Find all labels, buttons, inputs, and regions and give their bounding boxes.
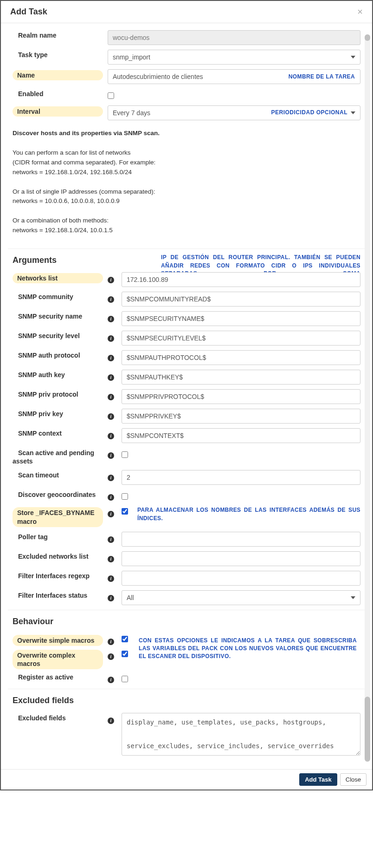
info-icon[interactable]: i bbox=[108, 355, 114, 361]
label-enabled: Enabled bbox=[13, 87, 48, 98]
desc-heading: Discover hosts and its properties via SN… bbox=[13, 130, 160, 137]
modal-body: Realm name Task type snmp_import Name NO… bbox=[1, 23, 372, 769]
snmp-auth-proto-input[interactable] bbox=[122, 350, 360, 365]
label-realm-name: Realm name bbox=[13, 29, 61, 39]
info-icon[interactable]: i bbox=[108, 595, 114, 601]
name-input[interactable] bbox=[108, 69, 360, 84]
label-snmp-priv-proto: SNMP priv protocol bbox=[13, 388, 83, 398]
info-icon[interactable]: i bbox=[108, 511, 114, 517]
overwrite-complex-checkbox[interactable] bbox=[122, 651, 128, 657]
info-icon[interactable]: i bbox=[108, 413, 114, 420]
info-icon[interactable]: i bbox=[108, 316, 114, 322]
label-store-ifaces: Store _IFACES_BYNAME macro bbox=[13, 507, 103, 527]
snmp-auth-key-input[interactable] bbox=[122, 370, 360, 385]
label-name: Name bbox=[13, 70, 103, 80]
interval-select[interactable]: Every 7 days bbox=[108, 105, 360, 120]
poller-tag-input[interactable] bbox=[122, 532, 360, 547]
info-icon[interactable]: i bbox=[108, 639, 114, 645]
modal-title: Add Task bbox=[10, 7, 47, 17]
info-icon[interactable]: i bbox=[108, 653, 114, 660]
label-snmp-sec-name: SNMP security name bbox=[13, 310, 87, 320]
snmp-community-input[interactable] bbox=[122, 292, 360, 307]
info-icon[interactable]: i bbox=[108, 536, 114, 543]
snmp-sec-level-input[interactable] bbox=[122, 331, 360, 346]
label-snmp-community: SNMP community bbox=[13, 290, 78, 300]
add-task-button[interactable]: Add Task bbox=[299, 773, 337, 786]
info-icon[interactable]: i bbox=[108, 677, 114, 683]
filter-regexp-input[interactable] bbox=[122, 571, 360, 586]
annotation-overwrite: CON ESTAS OPCIONES LE INDICAMOS A LA TAR… bbox=[133, 634, 360, 672]
info-icon[interactable]: i bbox=[108, 452, 114, 459]
overwrite-simple-checkbox[interactable] bbox=[122, 636, 128, 642]
label-scan-active: Scan active and pending assets bbox=[13, 446, 94, 465]
label-excluded-fields: Excluded fields bbox=[13, 711, 71, 722]
info-icon[interactable]: i bbox=[108, 374, 114, 381]
close-button[interactable]: Close bbox=[340, 773, 367, 786]
info-icon[interactable]: i bbox=[108, 575, 114, 582]
section-behaviour: Behaviour bbox=[13, 610, 360, 634]
enabled-checkbox[interactable] bbox=[108, 92, 114, 99]
modal-header: Add Task × bbox=[1, 1, 372, 23]
label-filter-regexp: Filter Interfaces regexp bbox=[13, 569, 94, 580]
register-active-checkbox[interactable] bbox=[122, 676, 128, 682]
store-ifaces-checkbox[interactable] bbox=[122, 508, 128, 515]
discover-geo-checkbox[interactable] bbox=[122, 493, 128, 500]
description-block: Discover hosts and its properties via SN… bbox=[13, 125, 360, 244]
snmp-priv-proto-input[interactable] bbox=[122, 389, 360, 404]
label-task-type: Task type bbox=[13, 48, 52, 59]
label-poller-tag: Poller tag bbox=[13, 530, 52, 541]
excluded-networks-input[interactable] bbox=[122, 551, 360, 566]
label-interval: Interval bbox=[13, 106, 103, 117]
info-icon[interactable]: i bbox=[108, 556, 114, 562]
info-icon[interactable]: i bbox=[108, 335, 114, 342]
info-icon[interactable]: i bbox=[108, 475, 114, 481]
label-snmp-auth-key: SNMP auth key bbox=[13, 368, 70, 379]
info-icon[interactable]: i bbox=[108, 433, 114, 439]
excluded-fields-textarea[interactable] bbox=[122, 713, 360, 756]
label-snmp-priv-key: SNMP priv key bbox=[13, 407, 68, 418]
info-icon[interactable]: i bbox=[108, 494, 114, 501]
modal-footer: Add Task Close bbox=[1, 769, 372, 790]
label-filter-status: Filter Interfaces status bbox=[13, 589, 92, 599]
info-icon[interactable]: i bbox=[108, 394, 114, 400]
info-icon[interactable]: i bbox=[108, 718, 114, 724]
label-networks-list: Networks list bbox=[13, 273, 103, 283]
label-snmp-auth-proto: SNMP auth protocol bbox=[13, 349, 85, 359]
networks-list-input[interactable] bbox=[122, 272, 360, 287]
filter-status-select[interactable]: All bbox=[122, 590, 360, 605]
label-discover-geo: Discover geocoordinates bbox=[13, 488, 100, 498]
close-icon[interactable]: × bbox=[357, 7, 363, 17]
section-excluded: Excluded fields bbox=[13, 689, 360, 713]
scan-timeout-input[interactable] bbox=[122, 470, 360, 485]
realm-name-input bbox=[108, 30, 360, 45]
label-excluded-networks: Excluded networks list bbox=[13, 550, 93, 560]
label-overwrite-simple: Overwrite simple macros bbox=[13, 635, 103, 646]
label-snmp-context: SNMP context bbox=[13, 427, 66, 437]
add-task-modal: Add Task × Realm name Task type snmp_imp… bbox=[0, 0, 373, 790]
label-snmp-sec-level: SNMP security level bbox=[13, 329, 84, 339]
annotation-ifaces: PARA ALMACENAR LOS NOMBRES DE LAS INTERF… bbox=[128, 506, 360, 522]
label-scan-timeout: Scan timeout bbox=[13, 469, 64, 479]
task-type-select[interactable]: snmp_import bbox=[108, 50, 360, 65]
snmp-sec-name-input[interactable] bbox=[122, 311, 360, 326]
label-overwrite-complex: Overwrite complex macros bbox=[13, 650, 103, 669]
label-register-active: Register as active bbox=[13, 671, 78, 681]
info-icon[interactable]: i bbox=[108, 296, 114, 303]
snmp-priv-key-input[interactable] bbox=[122, 409, 360, 424]
snmp-context-input[interactable] bbox=[122, 428, 360, 443]
scan-active-checkbox[interactable] bbox=[122, 451, 128, 458]
info-icon[interactable]: i bbox=[108, 277, 114, 283]
